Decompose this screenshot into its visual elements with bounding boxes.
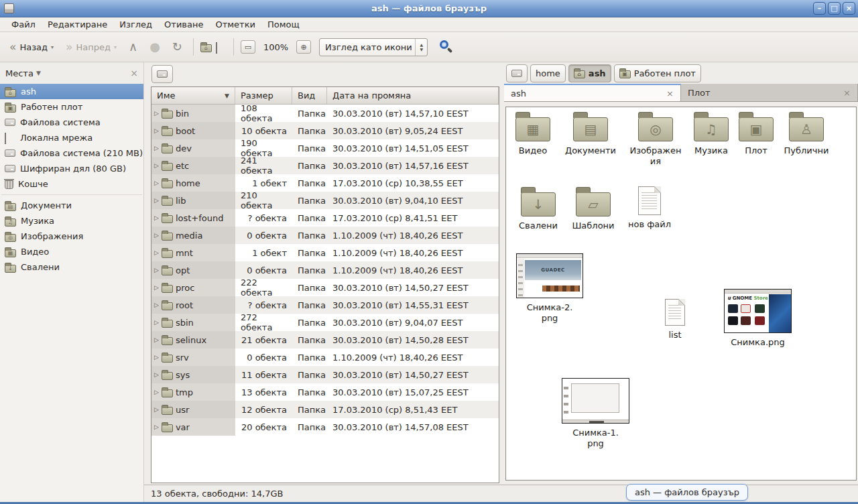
path-button[interactable]: [506, 64, 528, 82]
table-row[interactable]: ▷bin108 обектаПапка30.03.2010 (вт) 14,57…: [151, 105, 499, 122]
menu-item-5[interactable]: Отметки: [209, 18, 261, 31]
expander-icon[interactable]: ▷: [154, 406, 159, 413]
column-header[interactable]: Дата на промяна: [327, 87, 499, 104]
icon-item[interactable]: нов файл: [624, 186, 675, 230]
table-row[interactable]: ▷mnt1 обектПапка1.10.2009 (чт) 18,40,26 …: [151, 244, 499, 261]
table-row[interactable]: ▷boot10 обектаПапка30.03.2010 (вт) 9,05,…: [151, 122, 499, 139]
table-row[interactable]: ▷root? обектаПапка30.03.2010 (вт) 14,55,…: [151, 296, 499, 314]
menu-item-4[interactable]: Отиване: [158, 18, 209, 31]
expander-icon[interactable]: ▷: [154, 214, 159, 221]
expander-icon[interactable]: ▷: [154, 371, 159, 378]
reload-button[interactable]: ↻: [168, 39, 186, 55]
icon-item[interactable]: ▦Видео: [509, 111, 556, 156]
zoom-in-button[interactable]: ⊕: [296, 40, 311, 54]
expander-icon[interactable]: ▷: [154, 267, 159, 273]
table-row[interactable]: ▷sys11 обектаПапка30.03.2010 (вт) 14,50,…: [151, 366, 499, 383]
close-button[interactable]: ×: [843, 2, 855, 15]
menu-item-6[interactable]: Помощ: [261, 18, 306, 31]
table-row[interactable]: ▷lost+found? обектаПапка17.03.2010 (ср) …: [151, 209, 499, 227]
table-row[interactable]: ▷srv0 обектаПапка1.10.2009 (чт) 18,40,26…: [151, 349, 499, 366]
expander-icon[interactable]: ▷: [154, 336, 159, 343]
forward-button[interactable]: » Напред ▾: [62, 39, 121, 56]
sidebar-close-icon[interactable]: ×: [130, 68, 138, 78]
menu-item-3[interactable]: Изглед: [113, 18, 158, 31]
table-row[interactable]: ▷home1 обектПапка17.03.2010 (ср) 10,38,5…: [151, 174, 499, 192]
table-row[interactable]: ▷usr12 обектаПапка17.03.2010 (ср) 8,51,4…: [151, 401, 499, 418]
expander-icon[interactable]: ▷: [154, 284, 159, 291]
icon-item[interactable]: ▣Плот: [733, 111, 780, 156]
tab-close-icon[interactable]: ×: [843, 88, 851, 98]
icon-item[interactable]: 𝒖 GNOME StoreСнимка.png: [723, 289, 792, 348]
icon-item[interactable]: ▤Документи: [564, 111, 617, 156]
table-row[interactable]: ▷media0 обектаПапка1.10.2009 (чт) 18,40,…: [151, 227, 499, 244]
sidebar-item[interactable]: Локална мрежа: [0, 130, 143, 145]
sidebar-item[interactable]: Кошче: [0, 176, 143, 192]
sidebar-item[interactable]: ↓Свалени: [0, 259, 143, 275]
tab-ash[interactable]: ash×: [504, 84, 681, 101]
expander-icon[interactable]: ▷: [154, 302, 159, 308]
tab-Плот[interactable]: Плот×: [681, 84, 858, 101]
minimize-button[interactable]: –: [813, 2, 826, 15]
icon-item[interactable]: ♫Музика: [686, 111, 737, 156]
icon-item[interactable]: ♙Публични: [780, 111, 833, 156]
path-button-root[interactable]: [151, 65, 173, 83]
sidebar-item[interactable]: ▤Документи: [0, 198, 143, 213]
sidebar-item[interactable]: Шифриран дял (80 GB): [0, 161, 143, 176]
table-row[interactable]: ▷sbin272 обектаПапка30.03.2010 (вт) 9,04…: [151, 314, 499, 331]
table-row[interactable]: ▷opt0 обектаПапка1.10.2009 (чт) 18,40,26…: [151, 261, 499, 279]
table-row[interactable]: ▷dev190 обектаПапка30.03.2010 (вт) 14,51…: [151, 139, 499, 157]
icon-item[interactable]: ↓Свалени: [514, 186, 562, 231]
icon-item[interactable]: list: [654, 299, 696, 340]
expander-icon[interactable]: ▷: [154, 424, 159, 430]
sidebar-item[interactable]: ♫Музика: [0, 213, 143, 229]
icon-item[interactable]: ◎Изображен ия: [628, 111, 683, 168]
icon-item[interactable]: ▱Шаблони: [568, 186, 619, 231]
home-button[interactable]: ⌂: [200, 42, 212, 52]
path-button[interactable]: home: [530, 64, 566, 82]
table-row[interactable]: ▷selinux21 обектаПапка30.03.2010 (вт) 14…: [151, 331, 499, 349]
expander-icon[interactable]: ▷: [154, 145, 159, 151]
forward-dropdown-icon[interactable]: ▾: [114, 44, 117, 50]
expander-icon[interactable]: ▷: [154, 232, 159, 239]
column-header[interactable]: Име▼: [151, 87, 235, 104]
expander-icon[interactable]: ▷: [154, 197, 159, 204]
menu-item-2[interactable]: Редактиране: [42, 18, 113, 31]
sidebar-title[interactable]: Места: [5, 68, 34, 78]
search-button[interactable]: [438, 39, 454, 55]
stop-button[interactable]: ●: [145, 39, 164, 55]
expander-icon[interactable]: ▷: [154, 127, 159, 134]
expander-icon[interactable]: ▷: [154, 354, 159, 361]
zoom-out-button[interactable]: ▭: [241, 40, 255, 54]
icon-item[interactable]: GUADECСнимка-2. png: [515, 253, 584, 324]
expander-icon[interactable]: ▷: [154, 389, 159, 395]
sidebar-item[interactable]: ▦Видео: [0, 244, 143, 259]
expander-icon[interactable]: ▷: [154, 110, 159, 117]
sidebar-item[interactable]: Файлова система: [0, 115, 143, 130]
maximize-button[interactable]: □: [828, 2, 841, 15]
table-row[interactable]: ▷var20 обектаПапка30.03.2010 (вт) 14,57,…: [151, 418, 499, 436]
expander-icon[interactable]: ▷: [154, 180, 159, 186]
path-button[interactable]: ▣Работен плот: [614, 64, 701, 82]
sidebar-item[interactable]: ◎Изображения: [0, 229, 143, 244]
up-button[interactable]: ∧: [125, 39, 141, 55]
sidebar-item[interactable]: ⌂ash: [0, 84, 143, 99]
icon-item[interactable]: Снимка-1. png: [561, 378, 630, 450]
column-header[interactable]: Вид: [292, 87, 327, 104]
table-row[interactable]: ▷proc222 обектаПапка30.03.2010 (вт) 14,5…: [151, 279, 499, 296]
menu-item-1[interactable]: Файл: [5, 18, 42, 31]
column-header[interactable]: Размер: [235, 87, 292, 104]
expander-icon[interactable]: ▷: [154, 319, 159, 326]
table-row[interactable]: ▷tmp13 обектаПапка30.03.2010 (вт) 15,07,…: [151, 383, 499, 401]
expander-icon[interactable]: ▷: [154, 249, 159, 256]
icon-view[interactable]: ▦Видео▤Документи◎Изображен ия♫Музика▣Пло…: [505, 107, 857, 481]
path-button[interactable]: ⌂ash: [568, 64, 611, 82]
expander-icon[interactable]: ▷: [154, 162, 159, 169]
tab-close-icon[interactable]: ×: [666, 88, 674, 99]
computer-button[interactable]: [216, 43, 227, 52]
view-mode-select[interactable]: Изглед като икони ▲▼: [319, 38, 428, 56]
back-dropdown-icon[interactable]: ▾: [51, 44, 54, 50]
table-row[interactable]: ▷etc241 обектаПапка30.03.2010 (вт) 14,57…: [151, 157, 499, 174]
back-button[interactable]: « Назад ▾: [5, 39, 58, 56]
table-row[interactable]: ▷lib210 обектаПапка30.03.2010 (вт) 9,04,…: [151, 192, 499, 209]
sidebar-item[interactable]: Файлова система (210 MB): [0, 145, 143, 161]
